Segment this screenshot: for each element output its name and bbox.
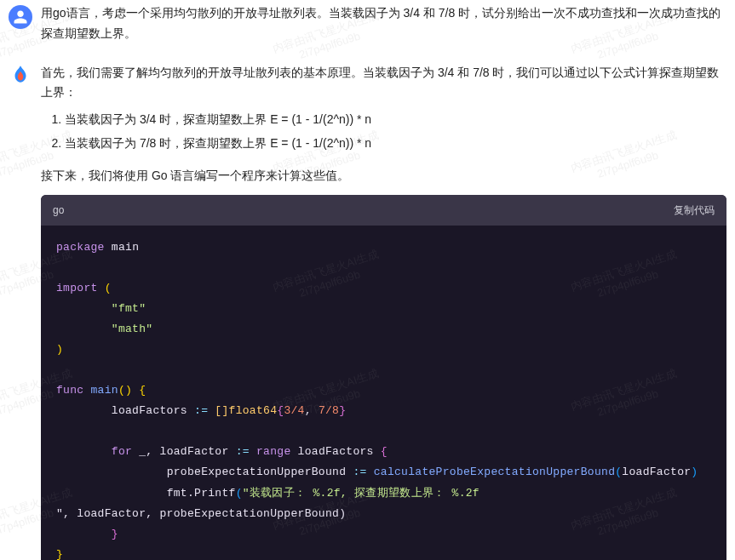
user-message-text: 用go语言，考虑一个采用均匀散列的开放寻址散列表。当装载因子为 3/4 和 7/…: [41, 3, 726, 44]
flame-icon: [9, 64, 32, 86]
code-header: go 复制代码: [41, 195, 726, 226]
assistant-intro: 首先，我们需要了解均匀散列的开放寻址散列表的基本原理。当装载因子为 3/4 和 …: [41, 63, 726, 104]
assistant-message-content: 首先，我们需要了解均匀散列的开放寻址散列表的基本原理。当装载因子为 3/4 和 …: [41, 63, 726, 560]
list-item: 当装载因子为 3/4 时，探查期望数上界 E = (1 - 1/(2^n)) *…: [65, 110, 726, 130]
code-body[interactable]: package main import ( "fmt" "math" ) fun…: [41, 226, 726, 560]
assistant-avatar: [9, 63, 32, 87]
code-lang-label: go: [53, 202, 64, 219]
copy-code-button[interactable]: 复制代码: [674, 202, 715, 219]
code-block: go 复制代码 package main import ( "fmt" "mat…: [41, 195, 726, 560]
formula-list: 当装载因子为 3/4 时，探查期望数上界 E = (1 - 1/(2^n)) *…: [41, 110, 726, 154]
assistant-next: 接下来，我们将使用 Go 语言编写一个程序来计算这些值。: [41, 166, 726, 186]
user-avatar: [9, 5, 32, 29]
assistant-message-row: 首先，我们需要了解均匀散列的开放寻址散列表的基本原理。当装载因子为 3/4 和 …: [0, 60, 735, 560]
user-message-row: 用go语言，考虑一个采用均匀散列的开放寻址散列表。当装载因子为 3/4 和 7/…: [0, 0, 735, 60]
person-icon: [13, 9, 28, 25]
list-item: 当装载因子为 7/8 时，探查期望数上界 E = (1 - 1/(2^n)) *…: [65, 134, 726, 154]
user-message-content: 用go语言，考虑一个采用均匀散列的开放寻址散列表。当装载因子为 3/4 和 7/…: [41, 3, 726, 51]
